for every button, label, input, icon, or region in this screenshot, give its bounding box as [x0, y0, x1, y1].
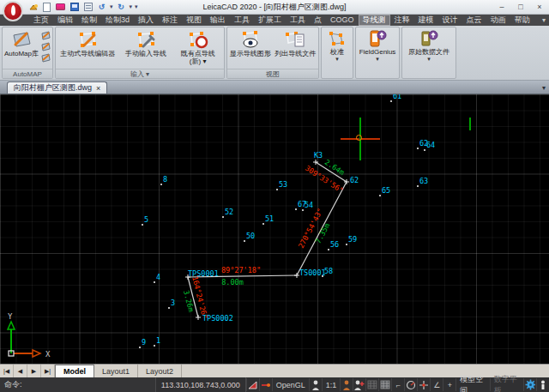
- layout-tab-model[interactable]: Model: [55, 365, 94, 377]
- tab-overflow-icon[interactable]: ▾: [542, 84, 546, 92]
- menu-tab-11[interactable]: 点: [310, 15, 326, 26]
- point-label: 1: [156, 336, 160, 345]
- point-marker: [424, 149, 425, 151]
- first-layout-icon[interactable]: |◀: [0, 365, 14, 377]
- viewport-lock-icon[interactable]: [259, 378, 272, 391]
- manual-traverse-button[interactable]: 手动输入导线: [120, 28, 172, 68]
- snap-icon[interactable]: [365, 378, 378, 391]
- panel-title-input[interactable]: 输入 ▾: [56, 69, 224, 78]
- list-traverse-file-button[interactable]: 列出导线文件: [274, 28, 318, 68]
- traverse-lines: [0, 94, 549, 364]
- close-button[interactable]: ×: [530, 0, 549, 14]
- next-layout-icon[interactable]: ▶: [27, 365, 41, 377]
- settings-gear-icon[interactable]: [523, 378, 536, 391]
- command-line[interactable]: 命令:: [0, 377, 156, 392]
- automap-small-3-icon[interactable]: [40, 52, 51, 63]
- menu-tab-2[interactable]: 绘制: [77, 15, 101, 26]
- object-snap-icon[interactable]: [417, 378, 430, 391]
- calibrate-button[interactable]: 校准 ▾: [326, 28, 348, 77]
- list-traverse-file-icon: [284, 29, 306, 50]
- angle-label: 89°27'18": [221, 266, 261, 274]
- menu-tab-3[interactable]: 绘制3d: [101, 15, 134, 26]
- menu-tab-4[interactable]: 插入: [134, 15, 158, 26]
- menu-tab-15[interactable]: 建模: [414, 15, 438, 26]
- menu-tab-8[interactable]: 工具: [230, 15, 254, 26]
- point-label: 54: [305, 201, 313, 209]
- point-marker: [262, 223, 264, 225]
- point-marker: [160, 184, 162, 185]
- drawing-canvas[interactable]: 6162646365538552515067545956584391 K362T…: [0, 94, 549, 364]
- annotation-autoscale-icon[interactable]: [340, 378, 353, 391]
- automap-library-button[interactable]: AutoMap库: [3, 28, 39, 68]
- ortho-icon[interactable]: ⌐: [391, 378, 404, 391]
- point-marker: [417, 148, 419, 149]
- document-tab[interactable]: 向阳村棚户区测图.dwg ×: [7, 81, 107, 93]
- coordinates-display[interactable]: 113.310,108.743,0.000: [156, 377, 246, 392]
- ribbon-collapse-icon[interactable]: ▾: [542, 15, 546, 26]
- menu-tab-7[interactable]: 输出: [206, 15, 230, 26]
- point-marker: [142, 224, 143, 226]
- menu-tab-14[interactable]: 注释: [390, 15, 414, 26]
- menu-tab-19[interactable]: 帮助: [510, 15, 534, 26]
- paper-space-icon[interactable]: [246, 378, 259, 391]
- ribbon-panel-rawdata: 原始数据文件 ▾: [401, 27, 456, 79]
- manual-traverse-icon: [135, 29, 157, 50]
- application-window: ↺ ▾ ↻ ▾ ▾ LeicaCAD 2020 - [向阳村棚户区测图.dwg]…: [0, 0, 549, 392]
- grid-icon[interactable]: [378, 378, 391, 391]
- point-marker: [346, 244, 347, 245]
- graphics-driver-label[interactable]: OpenGL: [272, 378, 309, 391]
- fieldgenius-icon: [367, 29, 388, 48]
- menu-tab-18[interactable]: 动画: [486, 15, 510, 26]
- ribbon-panel-view: 显示导线图形 列出导线文件 视图: [226, 27, 319, 79]
- model-space-button[interactable]: 模型空间: [455, 378, 489, 391]
- point-label: 50: [246, 232, 255, 240]
- digitizer-button[interactable]: 数字平板: [490, 378, 523, 391]
- menu-tab-13[interactable]: 导线测: [359, 15, 390, 26]
- existing-point-traverse-icon: [187, 29, 209, 50]
- calibrate-dropdown-icon: ▾: [335, 56, 339, 62]
- menu-tab-9[interactable]: 扩展工: [254, 15, 286, 26]
- fieldgenius-label: FieldGenius: [359, 48, 396, 56]
- app-logo-icon[interactable]: [3, 1, 23, 21]
- ribbon-panel-calibrate: 校准 ▾: [321, 27, 353, 79]
- annotation-scale-label[interactable]: 1:1: [322, 378, 341, 391]
- last-layout-icon[interactable]: ▶|: [41, 365, 55, 377]
- prev-layout-icon[interactable]: ◀: [14, 365, 27, 377]
- document-tab-close-icon[interactable]: ×: [96, 84, 100, 93]
- point-label: 53: [279, 180, 287, 189]
- existing-point-traverse-label: 既有点导线: [181, 50, 215, 57]
- object-tracking-icon[interactable]: ∠: [430, 378, 443, 391]
- ribbon-panel-automap: AutoMap库 AutoMAP: [2, 27, 53, 79]
- existing-point-traverse-button[interactable]: 既有点导线 (新) ▾: [173, 28, 223, 68]
- menu-tab-5[interactable]: 标注: [158, 15, 182, 26]
- crosshair-icon[interactable]: +: [443, 378, 455, 391]
- point-label: 65: [382, 186, 390, 195]
- automap-small-2-icon[interactable]: [40, 41, 51, 51]
- minimize-button[interactable]: –: [492, 0, 511, 14]
- menu-tab-16[interactable]: 设计: [438, 15, 462, 26]
- add-scales-icon[interactable]: [353, 378, 365, 391]
- menu-tab-10[interactable]: 工具: [286, 15, 310, 26]
- isolate-objects-icon[interactable]: [536, 378, 549, 391]
- point-label: 56: [330, 240, 339, 249]
- point-label: 9: [142, 338, 146, 347]
- raw-data-file-button[interactable]: 原始数据文件 ▾: [407, 28, 450, 77]
- maximize-button[interactable]: □: [511, 0, 530, 14]
- automap-small-1-icon[interactable]: [40, 30, 51, 40]
- menu-tab-6[interactable]: 视图: [182, 15, 206, 26]
- traverse-editor-button[interactable]: 主动式导线编辑器: [57, 28, 118, 68]
- menu-tab-12[interactable]: COGO: [326, 15, 359, 26]
- polar-tracking-icon[interactable]: [404, 378, 417, 391]
- layout-tab-layout2[interactable]: Layout2: [138, 365, 182, 377]
- fieldgenius-button[interactable]: FieldGenius ▾: [359, 28, 397, 77]
- menu-tab-17[interactable]: 点云: [462, 15, 486, 26]
- annotation-visibility-icon[interactable]: [309, 378, 322, 391]
- menu-tab-0[interactable]: 主页: [29, 15, 53, 26]
- window-controls: – □ ×: [492, 0, 549, 14]
- point-marker: [379, 195, 381, 196]
- existing-point-traverse-label2: (新) ▾: [190, 57, 207, 65]
- show-traverse-button[interactable]: 显示导线图形: [228, 28, 273, 68]
- menu-tab-1[interactable]: 编辑: [53, 15, 77, 26]
- layout-tab-layout1[interactable]: Layout1: [94, 365, 138, 377]
- automap-map-icon: [10, 29, 33, 50]
